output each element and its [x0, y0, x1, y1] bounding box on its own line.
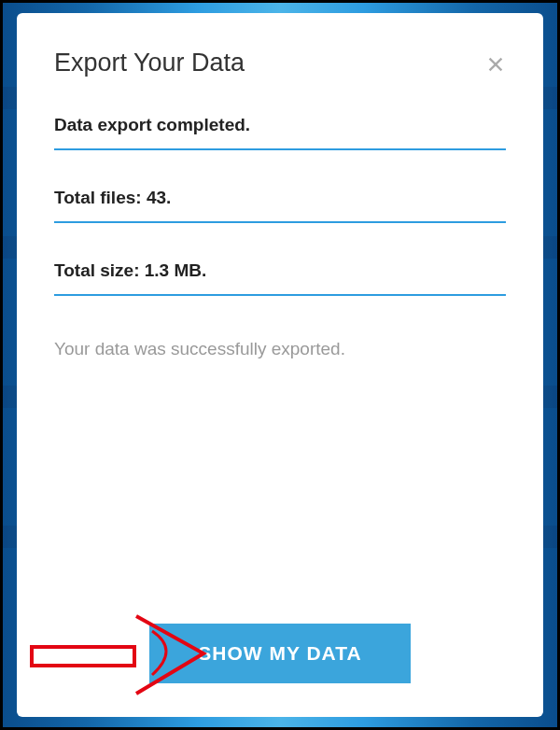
- close-icon[interactable]: [485, 54, 506, 75]
- success-message: Your data was successfully exported.: [54, 339, 506, 359]
- show-my-data-button[interactable]: SHOW MY DATA: [149, 624, 411, 683]
- dialog-header: Export Your Data: [54, 49, 506, 77]
- total-size-row: Total size: 1.3 MB.: [54, 260, 506, 296]
- status-row: Data export completed.: [54, 115, 506, 150]
- export-dialog: Export Your Data Data export completed. …: [17, 13, 543, 717]
- dialog-title: Export Your Data: [54, 49, 245, 77]
- spacer: [54, 359, 506, 624]
- total-files-row: Total files: 43.: [54, 188, 506, 223]
- action-row: SHOW MY DATA: [54, 624, 506, 683]
- svg-rect-2: [32, 647, 134, 666]
